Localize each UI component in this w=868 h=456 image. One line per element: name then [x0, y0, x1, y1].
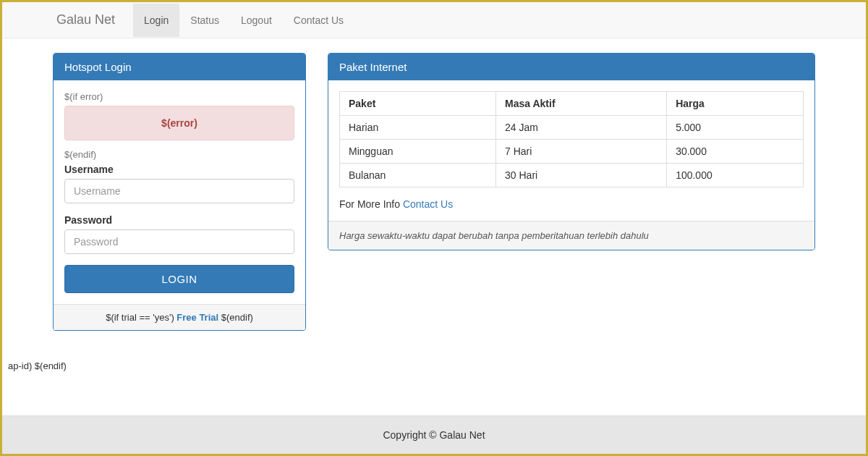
th-masa-aktif: Masa Aktif — [496, 92, 667, 116]
password-label: Password — [64, 214, 294, 226]
th-harga: Harga — [667, 92, 804, 116]
footer: Copyright © Galau Net — [2, 415, 866, 454]
trial-suffix: $(endif) — [218, 312, 253, 323]
nav-list: Login Status Logout Contact Us — [133, 4, 354, 37]
cell-masa: 7 Hari — [496, 140, 667, 164]
th-paket: Paket — [340, 92, 496, 116]
nav-item-status[interactable]: Status — [179, 4, 230, 37]
cell-paket: Harian — [340, 116, 496, 140]
login-button[interactable]: LOGIN — [64, 265, 294, 293]
username-group: Username — [64, 164, 294, 203]
login-panel-title: Hotspot Login — [54, 54, 305, 80]
paket-panel-note: Harga sewaktu-waktu dapat berubah tanpa … — [328, 221, 814, 250]
cell-paket: Bulanan — [340, 164, 496, 187]
paket-table: Paket Masa Aktif Harga Harian 24 Jam 5.0… — [339, 91, 804, 187]
password-input[interactable] — [64, 229, 294, 254]
trial-prefix: $(if trial == 'yes') — [106, 312, 176, 323]
endif-text: $(endif) — [64, 149, 294, 160]
more-info-prefix: For More Info — [339, 198, 403, 210]
paket-panel-title: Paket Internet — [328, 54, 814, 80]
login-column: Hotspot Login $(if error) $(error) $(end… — [53, 53, 306, 345]
brand[interactable]: Galau Net — [46, 1, 126, 38]
paket-panel-body: Paket Masa Aktif Harga Harian 24 Jam 5.0… — [328, 80, 814, 221]
stray-text: ap-id) $(endif) — [8, 360, 67, 371]
more-info-line: For More Info Contact Us — [339, 198, 804, 210]
cell-masa: 30 Hari — [496, 164, 667, 187]
error-alert: $(error) — [64, 106, 294, 140]
login-panel-body: $(if error) $(error) $(endif) Username P… — [54, 80, 305, 304]
table-row: Bulanan 30 Hari 100.000 — [340, 164, 804, 187]
cell-paket: Mingguan — [340, 140, 496, 164]
nav-item-login[interactable]: Login — [133, 4, 179, 37]
username-input[interactable] — [64, 179, 294, 203]
username-label: Username — [64, 164, 294, 175]
cell-masa: 24 Jam — [496, 116, 667, 140]
navbar: Galau Net Login Status Logout Contact Us — [2, 2, 866, 38]
free-trial-link[interactable]: Free Trial — [176, 312, 218, 323]
table-row: Mingguan 7 Hari 30.000 — [340, 140, 804, 164]
cell-harga: 100.000 — [667, 164, 804, 187]
password-group: Password — [64, 214, 294, 254]
nav-item-contact[interactable]: Contact Us — [283, 4, 354, 37]
contact-us-link[interactable]: Contact Us — [403, 198, 453, 210]
paket-column: Paket Internet Paket Masa Aktif Harga Ha… — [328, 53, 815, 345]
cell-harga: 30.000 — [667, 140, 804, 164]
table-row: Harian 24 Jam 5.000 — [340, 116, 804, 140]
login-panel: Hotspot Login $(if error) $(error) $(end… — [53, 53, 306, 331]
nav-item-logout[interactable]: Logout — [230, 4, 283, 37]
if-error-text: $(if error) — [64, 91, 294, 102]
paket-panel: Paket Internet Paket Masa Aktif Harga Ha… — [328, 53, 815, 250]
login-panel-footer: $(if trial == 'yes') Free Trial $(endif) — [54, 304, 305, 330]
table-header-row: Paket Masa Aktif Harga — [340, 92, 804, 116]
cell-harga: 5.000 — [667, 116, 804, 140]
main-container: Hotspot Login $(if error) $(error) $(end… — [2, 38, 866, 345]
